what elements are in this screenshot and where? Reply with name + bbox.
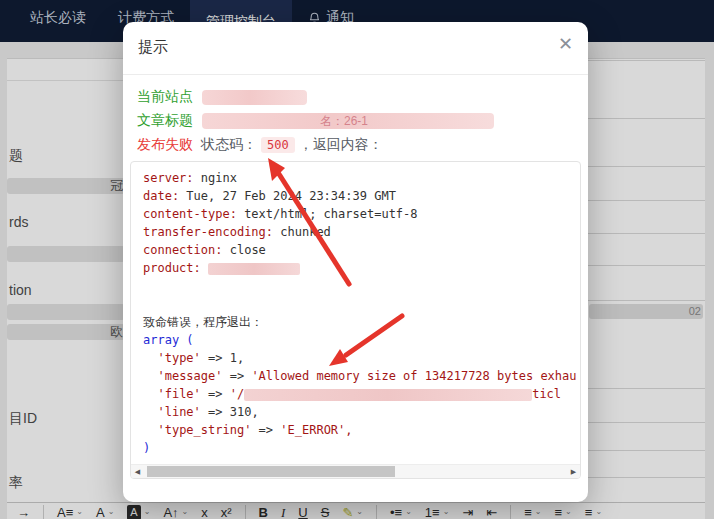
close-icon[interactable]: ✕ xyxy=(558,35,573,53)
code-token xyxy=(143,351,157,365)
article-title-label: 文章标题 xyxy=(137,112,193,130)
code-line: product: xyxy=(143,259,580,277)
code-token: ticl xyxy=(532,387,561,401)
code-line: array ( xyxy=(143,331,580,349)
current-site-row: 当前站点 xyxy=(137,87,574,107)
code-token: close xyxy=(222,243,265,257)
code-token: 'message' xyxy=(157,369,222,383)
code-line: 'type_string' => 'E_ERROR', xyxy=(143,421,580,439)
code-token: => xyxy=(201,387,230,401)
code-token: 310, xyxy=(230,405,259,419)
code-token: 'E_ERROR', xyxy=(280,423,352,437)
status-code-badge: 500 xyxy=(261,137,295,153)
code-token: server: xyxy=(143,171,194,185)
code-token xyxy=(201,261,208,275)
code-token: text/html; charset=utf-8 xyxy=(237,207,418,221)
code-token: chunked xyxy=(273,225,331,239)
code-token: => xyxy=(251,423,280,437)
code-token: 'file' xyxy=(157,387,200,401)
current-site-label: 当前站点 xyxy=(137,88,193,106)
redacted-text xyxy=(208,263,300,275)
scrollbar-thumb[interactable] xyxy=(147,466,395,477)
redacted-site-url xyxy=(202,90,307,105)
horizontal-scrollbar[interactable]: ◀ ▶ xyxy=(131,464,580,478)
status-code-label: 状态码： xyxy=(201,136,257,154)
redacted-partial-text: 名：26-1 xyxy=(320,113,368,129)
code-line: 'message' => 'Allowed memory size of 134… xyxy=(143,367,580,385)
code-token: 'Allowed memory size of 134217728 bytes … xyxy=(251,369,576,383)
code-token: ) xyxy=(143,441,150,455)
code-line: 'line' => 310, xyxy=(143,403,580,421)
scroll-left-icon[interactable]: ◀ xyxy=(131,465,144,478)
code-token: 1, xyxy=(230,351,244,365)
dialog-body: 当前站点 文章标题 名：26-1 发布失败 状态码： 500 ，返回内容： se… xyxy=(123,75,588,479)
code-token: '/ xyxy=(230,387,244,401)
code-token: content-type: xyxy=(143,207,237,221)
code-token: => xyxy=(201,351,230,365)
code-token: 'type' xyxy=(157,351,200,365)
scroll-right-icon[interactable]: ▶ xyxy=(567,465,580,478)
status-row: 发布失败 状态码： 500 ，返回内容： xyxy=(137,135,574,155)
code-token: Tue, 27 Feb 2024 23:34:39 GMT xyxy=(179,189,396,203)
code-line: content-type: text/html; charset=utf-8 xyxy=(143,205,580,223)
dialog: 提示 ✕ 当前站点 文章标题 名：26-1 发布失败 状态码： 500 ，返回内… xyxy=(123,22,588,502)
response-content-label: ，返回内容： xyxy=(299,136,383,154)
code-token: transfer-encoding: xyxy=(143,225,273,239)
dialog-header: 提示 ✕ xyxy=(123,22,588,75)
redacted-article-title: 名：26-1 xyxy=(202,113,494,129)
redacted-text xyxy=(244,389,532,401)
code-token xyxy=(143,387,157,401)
code-line: connection: close xyxy=(143,241,580,259)
code-token xyxy=(143,369,157,383)
article-title-row: 文章标题 名：26-1 xyxy=(137,111,574,131)
code-token: => xyxy=(222,369,251,383)
code-line: 'file' => '/ticl xyxy=(143,385,580,403)
code-token: product: xyxy=(143,261,201,275)
code-token: 'line' xyxy=(157,405,200,419)
code-token: => xyxy=(201,405,230,419)
code-token xyxy=(143,423,157,437)
dialog-title: 提示 xyxy=(138,38,168,57)
code-token: date: xyxy=(143,189,179,203)
code-token: nginx xyxy=(194,171,237,185)
code-token xyxy=(143,405,157,419)
code-token: array ( xyxy=(143,333,194,347)
code-line: 'type' => 1, xyxy=(143,349,580,367)
code-line: transfer-encoding: chunked xyxy=(143,223,580,241)
code-line: date: Tue, 27 Feb 2024 23:34:39 GMT xyxy=(143,187,580,205)
code-token: 致命错误，程序退出： xyxy=(143,315,263,329)
code-token: 'type_string' xyxy=(157,423,251,437)
response-code: server: nginxdate: Tue, 27 Feb 2024 23:3… xyxy=(130,161,581,479)
publish-failed-label: 发布失败 xyxy=(137,136,193,154)
code-token: connection: xyxy=(143,243,222,257)
code-line: ) xyxy=(143,439,580,457)
code-line xyxy=(143,295,580,313)
code-line: server: nginx xyxy=(143,169,580,187)
code-line xyxy=(143,277,580,295)
code-line: 致命错误，程序退出： xyxy=(143,313,580,331)
